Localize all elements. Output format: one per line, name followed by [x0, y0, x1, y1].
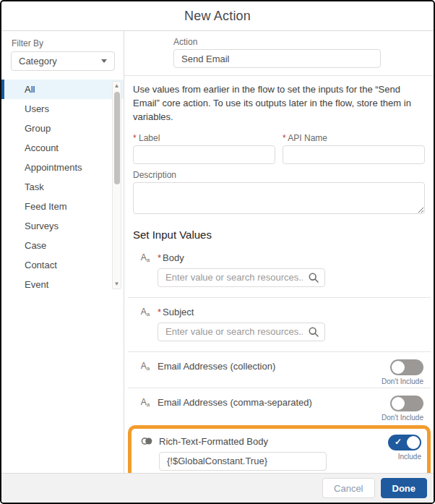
- subject-resource-input[interactable]: [158, 323, 325, 341]
- input-row-body: Aa Body: [128, 244, 431, 298]
- category-list: All Users Group Account Appointments Tas…: [1, 80, 124, 294]
- description-field-block: Description: [133, 170, 425, 217]
- category-dropdown[interactable]: Category: [11, 51, 115, 71]
- text-type-icon: Aa: [139, 252, 151, 263]
- chevron-down-icon: [101, 59, 107, 63]
- search-icon[interactable]: [309, 273, 319, 286]
- scroll-up-icon[interactable]: ▲: [114, 82, 120, 90]
- label-api-row: Label API Name: [133, 133, 425, 164]
- include-toggle[interactable]: [390, 396, 423, 411]
- row-label: Email Addresses (comma-separated): [158, 397, 312, 408]
- api-name-field-block: API Name: [283, 133, 425, 164]
- cancel-button[interactable]: Cancel: [322, 478, 374, 498]
- section-divider: [124, 75, 434, 76]
- include-toggle[interactable]: ✓: [388, 435, 421, 450]
- label-input[interactable]: [133, 145, 275, 164]
- action-field-block: Action: [173, 37, 381, 68]
- text-type-icon: Aa: [139, 307, 151, 317]
- action-detail-panel: Action Use values from earlier in the fl…: [124, 31, 434, 473]
- rich-text-body-value-input[interactable]: [159, 452, 327, 471]
- row-label: Body: [158, 252, 184, 263]
- sidebar-item-group[interactable]: Group: [1, 119, 124, 138]
- new-action-modal: New Action Filter By Category All Users …: [0, 0, 435, 504]
- toggle-block: ✓ Include: [388, 435, 421, 461]
- sidebar-item-all[interactable]: All: [1, 80, 124, 99]
- sidebar-item-contact[interactable]: Contact: [1, 255, 124, 275]
- input-row-email-comma: Aa Email Addresses (comma-separated) Don…: [128, 388, 431, 424]
- sidebar-item-surveys[interactable]: Surveys: [1, 216, 124, 236]
- scrollbar-track[interactable]: [113, 90, 121, 280]
- api-name-input[interactable]: [283, 145, 425, 164]
- category-dropdown-value: Category: [19, 56, 57, 67]
- include-toggle[interactable]: [390, 359, 423, 375]
- toggle-state-label: Include: [398, 453, 421, 461]
- done-button[interactable]: Done: [381, 478, 428, 498]
- body-resource-input[interactable]: [158, 268, 325, 287]
- sidebar-item-appointments[interactable]: Appointments: [1, 158, 124, 177]
- row-label: Rich-Text-Formatted Body: [159, 436, 268, 447]
- input-rows: Aa Body Aa Subject: [128, 244, 431, 473]
- scrollbar-thumb[interactable]: [114, 92, 120, 184]
- help-text: Use values from earlier in the flow to s…: [133, 83, 425, 124]
- input-row-email-collection: Aa Email Addresses (collection) Don't In…: [128, 352, 431, 388]
- action-label: Action: [173, 37, 381, 47]
- text-type-icon: Aa: [139, 397, 151, 408]
- sidebar-item-event[interactable]: Event: [1, 275, 124, 294]
- sidebar-item-users[interactable]: Users: [1, 99, 124, 119]
- action-input[interactable]: [173, 49, 381, 68]
- sidebar-item-case[interactable]: Case: [1, 236, 124, 255]
- check-icon: ✓: [395, 437, 402, 447]
- sidebar-item-feed-item[interactable]: Feed Item: [1, 197, 124, 216]
- category-sidebar: Filter By Category All Users Group Accou…: [1, 31, 124, 473]
- input-row-subject: Aa Subject: [128, 298, 431, 352]
- text-type-icon: Aa: [139, 361, 151, 372]
- richtext-type-icon: [141, 437, 152, 445]
- sidebar-item-account[interactable]: Account: [1, 138, 124, 158]
- row-label: Subject: [158, 307, 194, 317]
- modal-footer: Cancel Done: [1, 473, 434, 503]
- modal-body: Filter By Category All Users Group Accou…: [1, 31, 434, 473]
- sidebar-item-task[interactable]: Task: [1, 177, 124, 197]
- set-input-values-heading: Set Input Values: [133, 228, 425, 241]
- modal-header: New Action: [1, 1, 434, 31]
- filter-by-label: Filter By: [12, 38, 124, 48]
- label-field-label: Label: [133, 133, 275, 143]
- label-field-block: Label: [133, 133, 275, 164]
- toggle-block: Don't Include: [382, 359, 423, 385]
- api-name-field-label: API Name: [283, 133, 425, 143]
- toggle-state-label: Don't Include: [382, 377, 423, 385]
- search-icon[interactable]: [309, 327, 319, 340]
- scroll-down-icon[interactable]: ▼: [114, 280, 120, 289]
- sidebar-scrollbar[interactable]: ▲ ▼: [112, 81, 121, 289]
- toggle-block: Don't Include: [382, 396, 423, 422]
- page-title: New Action: [184, 9, 251, 24]
- row-label: Email Addresses (collection): [158, 361, 275, 372]
- toggle-state-label: Don't Include: [382, 414, 423, 422]
- description-textarea[interactable]: [133, 182, 425, 214]
- input-row-rich-text-body: Rich-Text-Formatted Body ✓ Include: [128, 425, 431, 473]
- description-label: Description: [133, 170, 425, 180]
